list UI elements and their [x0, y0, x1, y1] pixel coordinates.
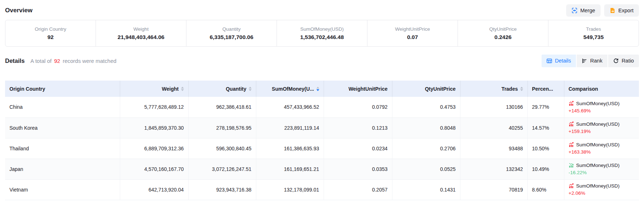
column-header-label: Trades [501, 86, 518, 92]
view-button-details[interactable]: Details [542, 55, 576, 67]
export-button[interactable]: Export [604, 4, 639, 17]
column-header-label: Weight [162, 86, 178, 92]
cell-weight-unit-price: 0.0353 [324, 159, 392, 179]
records-summary: A total of 92 records were matched [30, 58, 116, 64]
circular-arrow-icon [613, 58, 619, 64]
table-row: Vietnam642,713,920.04923,943,716.38132,1… [5, 179, 639, 200]
cell-percentage: 8.60% [527, 179, 564, 200]
cell-trades: 70819 [460, 179, 527, 200]
table-row: Japan4,570,160,167.703,072,126,247.51161… [5, 159, 639, 179]
column-header-qtyunitprice: QtyUnitPrice [392, 81, 460, 97]
comparison-metric-label: SumOfMoney(USD) [576, 122, 620, 127]
view-button-rank[interactable]: Rank [577, 55, 607, 67]
stat-origin-country: Origin Country92 [5, 20, 96, 46]
comparison-change-value: +163.38% [569, 150, 635, 155]
column-header-inner: Percen... [532, 86, 560, 92]
cell-trades: 93488 [460, 138, 527, 159]
comparison-metric-label: SumOfMoney(USD) [576, 163, 620, 168]
cell-origin-country: Thailand [5, 138, 120, 159]
record-count: 92 [54, 58, 60, 64]
comparison-change-value: +2.06% [569, 191, 635, 196]
column-header-label: QtyUnitPrice [425, 86, 456, 92]
cell-sum-of-money: 457,433,966.52 [256, 97, 324, 117]
cell-comparison: SumOfMoney(USD)+163.38% [564, 138, 639, 159]
cell-sum-of-money: 132,178,099.01 [256, 179, 324, 200]
cell-trades: 130166 [460, 97, 527, 117]
cell-trades: 132342 [460, 159, 527, 179]
page-title: Overview [5, 7, 33, 14]
cell-comparison: SumOfMoney(USD)-16.22% [564, 159, 639, 179]
stat-value: 0.07 [407, 34, 418, 40]
column-header-origin-country: Origin Country [5, 81, 120, 97]
cell-comparison: SumOfMoney(USD)+145.69% [564, 97, 639, 117]
merge-button-label: Merge [580, 8, 595, 13]
cell-sum-of-money: 223,891,119.14 [256, 117, 324, 138]
column-header-inner: SumOfMoney(U... [261, 86, 319, 92]
sort-ascending-icon [316, 87, 319, 89]
stat-value: 92 [47, 34, 54, 40]
view-button-label: Rank [590, 58, 602, 64]
comparison-metric: SumOfMoney(USD) [569, 101, 635, 106]
sort-carets [249, 87, 252, 91]
details-table: Origin CountryWeightQuantitySumOfMoney(U… [5, 81, 639, 200]
column-header-label: WeightUnitPrice [349, 86, 388, 92]
stat-qtyunitprice: QtyUnitPrice0.2426 [458, 20, 548, 46]
stat-sumofmoney-usd: SumOfMoney(USD)1,536,702,446.48 [277, 20, 367, 46]
trend-up-icon [569, 101, 574, 106]
summary-prefix: A total of [30, 58, 51, 64]
trade-overview-page: Overview Merge [0, 0, 644, 202]
stat-value: 549,735 [583, 34, 603, 40]
cell-comparison: SumOfMoney(USD)+2.06% [564, 179, 639, 200]
column-header-label: SumOfMoney(U... [272, 86, 314, 92]
sort-ascending-icon [249, 87, 252, 89]
column-header-percen: Percen... [527, 81, 564, 97]
cell-quantity: 923,943,716.38 [188, 179, 256, 200]
cell-quantity: 962,386,418.61 [188, 97, 256, 117]
merge-button[interactable]: Merge [566, 4, 601, 17]
merge-icon [572, 8, 577, 13]
column-header-label: Comparison [569, 86, 598, 92]
column-header-inner: WeightUnitPrice [328, 86, 388, 92]
table-header-row: Origin CountryWeightQuantitySumOfMoney(U… [5, 81, 639, 97]
cell-qty-unit-price: 0.4753 [392, 97, 460, 117]
trend-up-icon [569, 121, 574, 127]
cell-percentage: 29.77% [527, 97, 564, 117]
cell-percentage: 10.50% [527, 138, 564, 159]
comparison-metric: SumOfMoney(USD) [569, 163, 635, 168]
comparison-change-value: +159.19% [569, 129, 635, 134]
column-header-inner: Trades [465, 86, 523, 92]
table-row: South Korea1,845,859,370.30278,198,576.9… [5, 117, 639, 138]
sort-descending-icon [181, 89, 184, 91]
top-actions: Merge Export [566, 4, 639, 17]
trend-down-icon [569, 163, 574, 168]
sort-descending-icon [249, 89, 252, 91]
cell-percentage: 10.49% [527, 159, 564, 179]
cell-weight-unit-price: 0.1213 [324, 117, 392, 138]
cell-qty-unit-price: 0.0525 [392, 159, 460, 179]
sort-descending-icon [520, 89, 523, 91]
comparison-metric-label: SumOfMoney(USD) [576, 184, 620, 189]
column-header-quantity[interactable]: Quantity [188, 81, 256, 97]
view-button-label: Details [555, 58, 571, 64]
export-document-icon [610, 8, 615, 13]
cell-weight: 1,845,859,370.30 [120, 117, 188, 138]
stat-weight: Weight21,948,403,464.06 [96, 20, 186, 46]
stat-label: Trades [586, 27, 601, 32]
sort-carets [316, 87, 319, 91]
column-header-weight[interactable]: Weight [120, 81, 188, 97]
cell-weight: 4,570,160,167.70 [120, 159, 188, 179]
column-header-sumofmoney-u[interactable]: SumOfMoney(U... [256, 81, 324, 97]
stat-weightunitprice: WeightUnitPrice0.07 [367, 20, 458, 46]
view-button-ratio[interactable]: Ratio [608, 55, 639, 67]
comparison-metric: SumOfMoney(USD) [569, 183, 635, 189]
stat-trades: Trades549,735 [548, 20, 639, 46]
column-header-trades[interactable]: Trades [460, 81, 527, 97]
cell-weight: 642,713,920.04 [120, 179, 188, 200]
trend-up-icon [569, 183, 574, 189]
stat-label: WeightUnitPrice [395, 27, 430, 32]
cell-comparison: SumOfMoney(USD)+159.19% [564, 117, 639, 138]
comparison-metric-label: SumOfMoney(USD) [576, 101, 620, 106]
sort-carets [181, 87, 184, 91]
cell-weight-unit-price: 0.2057 [324, 179, 392, 200]
column-header-inner: Comparison [569, 86, 635, 92]
